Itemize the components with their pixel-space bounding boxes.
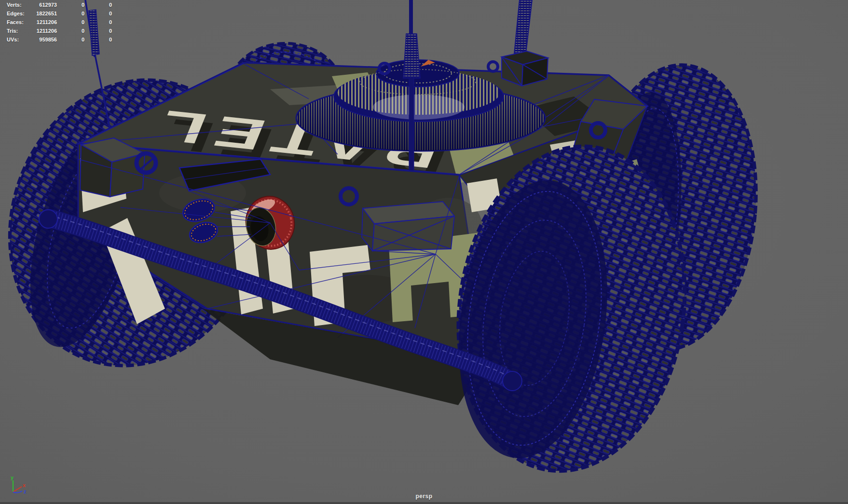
hud-row-label: Tris: [7, 27, 32, 35]
hud-row-col3: 0 [84, 0, 112, 9]
hud-row-label: Edges: [7, 9, 32, 18]
axis-x-label: x [23, 482, 26, 488]
hud-row-col2: 0 [57, 18, 84, 27]
poly-count-hud: Verts: 612973 0 0 Edges: 1822651 0 0 Fac… [7, 0, 112, 44]
hud-row-total: 959856 [32, 35, 57, 44]
hud-row-col3: 0 [84, 27, 112, 35]
hud-row-label: UVs: [7, 35, 32, 44]
hud-row-col3: 0 [84, 9, 112, 18]
antenna-mount-box [502, 51, 548, 86]
maya-viewport[interactable]: RATEL RATEL [0, 0, 848, 504]
hud-row-label: Verts: [7, 0, 32, 9]
hud-row-col2: 0 [57, 9, 84, 18]
hud-row-total: 1822651 [32, 9, 57, 18]
hud-row-total: 612973 [32, 0, 57, 9]
hud-row-col2: 0 [57, 0, 84, 9]
hud-row-col2: 0 [57, 35, 84, 44]
viewport-bottom-edge [0, 502, 848, 504]
step-box [362, 202, 454, 251]
hud-row-col3: 0 [84, 18, 112, 27]
3d-scene-canvas[interactable]: RATEL RATEL [0, 0, 848, 504]
hud-row-label: Faces: [7, 18, 32, 27]
axis-y-label: y [11, 475, 14, 480]
camera-name-label: persp [0, 493, 848, 500]
hud-row-total: 1211206 [32, 18, 57, 27]
hud-row-col2: 0 [57, 27, 84, 35]
hud-row-col3: 0 [84, 35, 112, 44]
hud-row-total: 1211206 [32, 27, 57, 35]
